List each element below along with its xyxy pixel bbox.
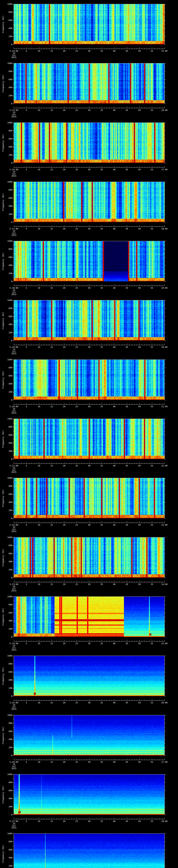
date-year: 2015 [11,768,17,770]
date-year: 2015 [11,649,17,651]
y-tick-label: 400 [4,87,12,89]
x-minute-label: 30 [88,346,90,348]
x-minute-label: 55 [151,346,153,348]
y-tick-label: 0 [4,814,12,816]
y-tick-label: 200 [4,746,12,749]
y-axis-title: Frequency (Hz) [2,667,4,685]
spectrogram-canvas [0,830,178,868]
x-minute-label: 5 [26,761,27,763]
x-minute-label: 45 [126,168,128,170]
y-tick-label: 0 [4,695,12,697]
x-minute-label: 25 [76,820,78,823]
y-tick-label: 400 [4,146,12,148]
x-minute-label: 50 [138,643,141,645]
x-minute-label: 20 [63,583,65,585]
x-minute-label: 5 [26,583,27,585]
date-year: 2015 [11,590,17,592]
x-minute-label: 40 [113,761,115,763]
x-minute-label: 50 [138,524,141,526]
x-start-time-label: 5:16:00 [9,168,19,170]
x-minute-label: 15 [51,50,53,52]
x-minute-label: 40 [113,406,115,408]
x-minute-label: 15 [51,702,53,704]
x-minute-label: 40 [113,583,115,585]
y-tick-label: 600 [4,671,12,673]
x-end-time-label: 18:00 [161,228,168,230]
x-minute-label: 45 [126,287,128,289]
y-tick-label: 200 [4,154,12,156]
spectrogram-panel: 02004006008001000Frequency (Hz)5:26:0019… [0,711,178,770]
x-end-time-label: 26:00 [161,702,168,704]
y-axis-title: Frequency (Hz) [2,312,4,329]
y-tick-label: 1000 [4,122,12,124]
x-minute-label: 25 [76,168,78,170]
x-minute-label: 55 [151,524,153,526]
x-start-time-label: 5:22:00 [9,524,19,526]
x-minute-label: 30 [88,820,90,823]
y-axis-title: Frequency (Hz) [2,252,4,270]
x-minute-label: 55 [151,228,153,230]
x-minute-label: 15 [51,287,53,289]
y-tick-label: 1000 [4,655,12,657]
y-axis-title: Frequency (Hz) [2,16,4,33]
y-tick-label: 800 [4,722,12,724]
y-tick-label: 400 [4,383,12,385]
y-tick-label: 400 [4,501,12,503]
x-minute-label: 40 [113,702,115,704]
x-minute-label: 5 [26,50,27,52]
x-minute-label: 10 [38,583,40,585]
y-axis-title: Frequency (Hz) [2,193,4,211]
x-end-time-label: 28:00 [161,820,168,823]
y-tick-label: 800 [4,367,12,369]
date-year: 2015 [11,293,17,296]
x-minute-label: 15 [51,643,53,645]
x-minute-label: 55 [151,168,153,170]
x-end-time-label: 27:00 [161,761,168,763]
date-year: 2015 [11,352,17,355]
x-minute-label: 10 [38,761,40,763]
y-tick-label: 400 [4,620,12,622]
x-minute-label: 35 [100,168,103,170]
x-minute-label: 40 [113,643,115,645]
x-minute-label: 35 [100,524,103,526]
x-minute-label: 50 [138,168,141,170]
x-start-time-label: 5:24:00 [9,643,19,645]
x-minute-label: 20 [63,168,65,170]
y-tick-label: 1000 [4,477,12,479]
y-tick-label: 0 [4,399,12,401]
y-tick-label: 600 [4,493,12,495]
x-minute-label: 10 [38,287,40,289]
date-year: 2015 [11,234,17,236]
y-tick-label: 1000 [4,833,12,835]
x-minute-label: 40 [113,524,115,526]
x-minute-label: 55 [151,820,153,823]
y-tick-label: 800 [4,248,12,250]
x-start-time-label: 5:27:00 [9,820,19,823]
x-minute-label: 5 [26,109,27,111]
x-minute-label: 45 [126,465,128,467]
x-minute-label: 15 [51,583,53,585]
y-tick-label: 200 [4,509,12,512]
x-minute-label: 30 [88,109,90,111]
x-start-time-label: 5:17:00 [9,228,19,230]
x-minute-label: 45 [126,643,128,645]
date-year: 2015 [11,530,17,532]
y-tick-label: 400 [4,264,12,266]
x-minute-label: 55 [151,643,153,645]
y-axis-title: Frequency (Hz) [2,608,4,625]
x-minute-label: 55 [151,761,153,763]
x-minute-label: 40 [113,50,115,52]
y-tick-label: 600 [4,375,12,377]
x-minute-label: 45 [126,346,128,348]
spectrogram-panel: 02004006008001000Frequency (Hz)5:17:0019… [0,178,178,237]
x-minute-label: 20 [63,702,65,704]
x-minute-label: 35 [100,406,103,408]
x-minute-label: 35 [100,820,103,823]
x-minute-label: 50 [138,583,141,585]
y-tick-label: 1000 [4,359,12,361]
spectrogram-panel: 02004006008001000Frequency (Hz)5:27:0019… [0,770,178,830]
x-minute-label: 25 [76,346,78,348]
x-end-time-label: 15:00 [161,50,168,52]
x-minute-label: 45 [126,761,128,763]
y-axis-title: Frequency (Hz) [2,489,4,507]
